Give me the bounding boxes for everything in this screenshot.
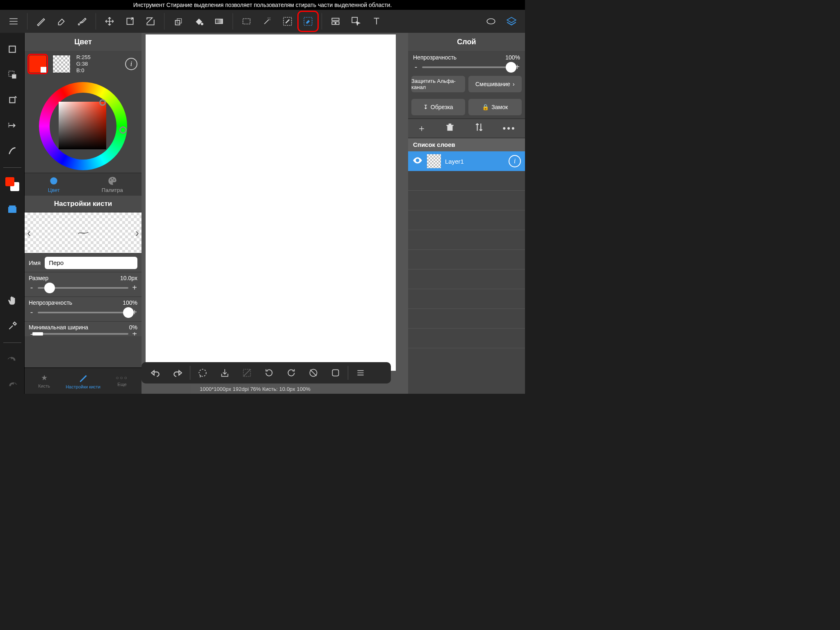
menu-button[interactable] <box>4 12 23 31</box>
svg-point-1 <box>80 22 81 23</box>
layer-info-icon[interactable]: i <box>509 155 521 167</box>
text-tool-icon[interactable] <box>367 12 386 31</box>
primary-color-swatch[interactable] <box>29 55 47 73</box>
eyedropper-icon[interactable] <box>3 317 21 335</box>
svg-rect-11 <box>332 22 335 25</box>
svg-point-5 <box>201 23 203 25</box>
selection-layer-icon[interactable] <box>3 66 21 84</box>
crop-button[interactable]: ↧Обрезка <box>411 99 465 115</box>
hue-handle[interactable] <box>119 126 127 134</box>
left-tool-rail <box>0 33 25 394</box>
fill-tool-icon[interactable] <box>189 12 208 31</box>
bucket-tool-icon[interactable] <box>169 12 187 31</box>
palette-tab[interactable]: Палитра <box>83 173 142 196</box>
brush-name-input[interactable] <box>45 257 137 269</box>
lock-button[interactable]: 🔒Замок <box>468 99 522 115</box>
eraser-tool-icon[interactable] <box>52 12 71 31</box>
flip-icon[interactable] <box>3 116 21 135</box>
more-tab[interactable]: ○○○Еще <box>103 368 142 394</box>
brush-tool-icon[interactable] <box>32 12 50 31</box>
select-brush-icon[interactable] <box>278 12 297 31</box>
add-layer-icon[interactable]: ＋ <box>417 122 426 135</box>
left-panel: Цвет R:255 G:38 B:0 i Цвет <box>25 33 142 394</box>
undo-rail-icon[interactable] <box>3 376 21 394</box>
frame-divide-icon[interactable] <box>326 12 345 31</box>
crop-tool-icon[interactable] <box>141 12 160 31</box>
layer-panel-title: Слой <box>408 33 525 51</box>
color-panel-title: Цвет <box>25 33 142 51</box>
select-rect-icon[interactable] <box>237 12 256 31</box>
selection-menu-icon[interactable] <box>350 363 371 382</box>
svg-point-21 <box>110 179 111 180</box>
svg-point-23 <box>113 179 114 180</box>
save-selection-icon[interactable] <box>214 363 235 382</box>
brush-opacity-slider[interactable]: Непрозрачность100% -+ <box>25 297 142 321</box>
hand-tool-icon[interactable] <box>3 292 21 310</box>
layers-icon[interactable] <box>502 12 521 31</box>
rotate-canvas-icon[interactable] <box>3 91 21 109</box>
brush-tab[interactable]: ★Кисть <box>25 368 64 394</box>
brush-min-width-slider[interactable]: Минимальная ширина0% -+ <box>25 321 142 336</box>
reference-window-icon[interactable] <box>3 201 21 219</box>
pointer-frame-icon[interactable] <box>347 12 365 31</box>
color-square[interactable] <box>59 102 106 149</box>
color-swatch-button[interactable] <box>3 175 21 193</box>
rotate-cw-icon[interactable] <box>281 363 302 382</box>
protect-alpha-button[interactable]: Защитить Альфа-канал <box>411 76 465 92</box>
gradient-tool-icon[interactable] <box>210 12 228 31</box>
svg-rect-7 <box>243 19 250 24</box>
svg-rect-15 <box>9 46 15 52</box>
brush-preview[interactable]: ‹ › <box>25 212 142 253</box>
select-eraser-icon[interactable] <box>299 12 317 31</box>
svg-rect-6 <box>215 19 222 24</box>
rotate-ccw-icon[interactable] <box>258 363 280 382</box>
next-brush-icon[interactable]: › <box>135 226 139 240</box>
svg-rect-10 <box>332 18 339 20</box>
dot-brush-icon[interactable] <box>73 12 91 31</box>
fullscreen-icon[interactable] <box>3 40 21 58</box>
selection-toolbar <box>142 362 391 383</box>
blending-button[interactable]: Смешивание› <box>468 76 522 92</box>
canvas[interactable] <box>146 34 396 371</box>
prev-brush-icon[interactable]: ‹ <box>27 226 31 240</box>
svg-rect-12 <box>336 22 339 25</box>
svg-rect-3 <box>176 21 180 25</box>
reorder-layer-icon[interactable] <box>474 122 484 135</box>
material-icon[interactable] <box>482 12 500 31</box>
svg-point-14 <box>487 19 495 24</box>
brush-size-slider[interactable]: Размер10.0px -+ <box>25 272 142 297</box>
layer-item[interactable]: Layer1 i <box>408 151 525 171</box>
svg-point-20 <box>50 177 57 184</box>
undo-icon[interactable] <box>145 363 166 382</box>
svg-point-22 <box>112 178 113 179</box>
magic-wand-icon[interactable] <box>258 12 276 31</box>
rgb-readout: R:255 G:38 B:0 <box>76 54 91 74</box>
saturation-handle[interactable] <box>99 99 106 106</box>
layer-more-icon[interactable]: ••• <box>503 123 516 134</box>
move-tool-icon[interactable] <box>100 12 119 31</box>
redo-icon[interactable] <box>167 363 188 382</box>
curve-tool-icon[interactable] <box>3 142 21 160</box>
brush-settings-tab[interactable]: Настройки кисти <box>64 368 103 394</box>
svg-rect-19 <box>9 206 15 212</box>
expand-icon[interactable] <box>325 363 346 382</box>
brush-settings-title: Настройки кисти <box>25 196 142 212</box>
redo-rail-icon[interactable] <box>3 350 21 368</box>
brush-name-label: Имя <box>29 259 41 266</box>
svg-rect-17 <box>12 75 16 78</box>
color-tab[interactable]: Цвет <box>25 173 83 196</box>
transform-tool-icon[interactable] <box>121 12 139 31</box>
layer-opacity-slider[interactable]: Непрозрачность100% -+ <box>408 51 525 73</box>
layer-list-header: Список слоев <box>408 138 525 151</box>
tooltip-help-text: Инструмент Стирание выделения позволяет … <box>0 0 525 10</box>
secondary-color-swatch[interactable] <box>52 55 71 73</box>
delete-layer-icon[interactable] <box>445 122 455 135</box>
color-info-icon[interactable]: i <box>125 58 137 70</box>
color-wheel[interactable] <box>39 82 127 170</box>
svg-rect-4 <box>177 19 182 23</box>
canvas-status-bar: 1000*1000px 192dpi 76% Кисть: 10.0px 100… <box>191 385 320 394</box>
deselect-icon[interactable] <box>236 363 258 382</box>
lasso-select-icon[interactable] <box>192 363 213 382</box>
invert-selection-icon[interactable] <box>303 363 324 382</box>
visibility-icon[interactable] <box>412 155 423 167</box>
